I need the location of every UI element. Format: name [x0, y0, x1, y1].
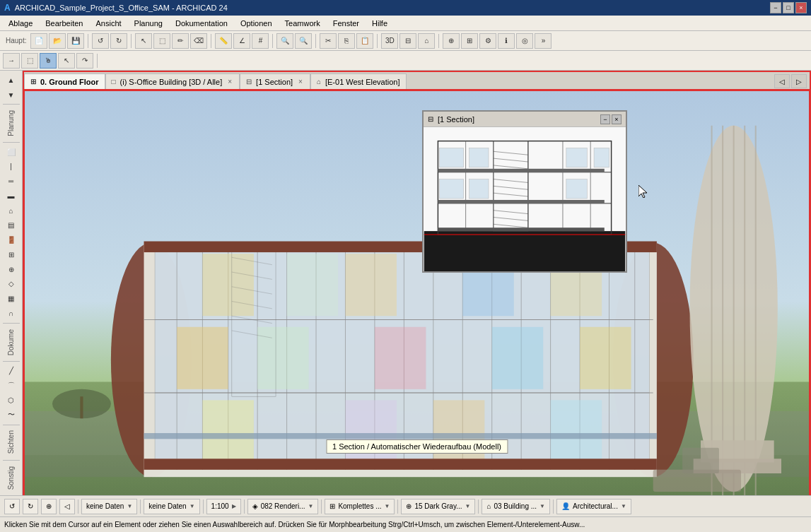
lt-shell[interactable]: ∩ — [2, 307, 21, 320]
building-label: 03 Building ... — [494, 502, 537, 510]
minimize-button[interactable]: − — [770, 2, 781, 13]
tb-elements[interactable]: ⊞ — [461, 33, 478, 49]
lt-roof[interactable]: ⌂ — [2, 204, 21, 218]
tb-zoom-out[interactable]: 🔍 — [295, 33, 312, 49]
lt-door[interactable]: 🚪 — [2, 233, 21, 247]
menu-item-dokumentation[interactable]: Dokumentation — [170, 18, 233, 29]
menu-item-planung[interactable]: Planung — [129, 18, 168, 29]
undo-button[interactable]: ↺ — [4, 499, 20, 514]
tab-ground-floor[interactable]: ⊞ 0. Ground Floor — [24, 73, 105, 89]
tb-layers[interactable]: ⊕ — [443, 33, 460, 49]
no-data-1-button[interactable]: keine Daten ▼ — [81, 499, 137, 514]
viewport-3d[interactable]: ⊟ [1 Section] − × — [23, 89, 811, 495]
menu-item-fenster[interactable]: Fenster — [327, 18, 365, 29]
tb-section[interactable]: ⊟ — [399, 33, 416, 49]
tab-scroll-left[interactable]: ◁ — [774, 74, 790, 88]
model-button[interactable]: ⊞ Komplettes ... ▼ — [325, 499, 395, 514]
tb-new[interactable]: 📄 — [30, 33, 47, 49]
lt-stair[interactable]: ▤ — [2, 219, 21, 232]
layer-button[interactable]: ⊕ 15 Dark Gray... ▼ — [401, 499, 475, 514]
menu-item-bearbeiten[interactable]: Bearbeiten — [40, 18, 88, 29]
tb-measure[interactable]: 📏 — [215, 33, 232, 49]
tb-angle[interactable]: ∠ — [233, 33, 250, 49]
building-button[interactable]: ⌂ 03 Building ... ▼ — [482, 499, 550, 514]
tb-cut[interactable]: ✂ — [320, 33, 337, 49]
no-data-2-button[interactable]: keine Daten ▼ — [144, 499, 199, 514]
tb-elevation[interactable]: ⌂ — [418, 33, 435, 49]
section-close-btn[interactable]: × — [612, 114, 622, 124]
lt-morph[interactable]: ◇ — [2, 277, 21, 290]
lt-spline[interactable]: 〜 — [2, 408, 21, 422]
lt-line[interactable]: ╱ — [2, 365, 21, 378]
lt-sep1 — [3, 104, 20, 105]
lt-curtain[interactable]: ▦ — [2, 292, 21, 305]
tab-3d-view[interactable]: □ (i) S-Office Building [3D / Alle] × — [105, 73, 240, 89]
tb-render[interactable]: ◎ — [516, 33, 533, 49]
svg-rect-30 — [287, 254, 339, 316]
svg-rect-37 — [492, 327, 544, 389]
tab-section-view[interactable]: ⊟ [1 Section] × — [240, 73, 310, 89]
tb-save[interactable]: 💾 — [67, 33, 84, 49]
tb2-sep1 — [97, 54, 98, 68]
toolbar-haupt-label: Haupt: — [3, 37, 29, 45]
tb-redo[interactable]: ↻ — [110, 33, 127, 49]
lt-window[interactable]: ⊞ — [2, 248, 21, 261]
lt-beam[interactable]: ═ — [2, 175, 21, 188]
redo-button[interactable]: ↻ — [23, 499, 38, 514]
tab-section-close[interactable]: × — [297, 78, 304, 85]
lt-slab[interactable]: ▬ — [2, 189, 21, 203]
tb-settings[interactable]: ⚙ — [479, 33, 496, 49]
svg-rect-86 — [438, 169, 604, 172]
svg-rect-29 — [202, 254, 254, 316]
maximize-button[interactable]: □ — [783, 2, 794, 13]
menu-item-ansicht[interactable]: Ansicht — [90, 18, 127, 29]
tab-3d-close[interactable]: × — [226, 78, 233, 85]
scale-button[interactable]: 1:100 ▶ — [206, 499, 241, 514]
profile-button[interactable]: 👤 Architectural... ▼ — [556, 499, 631, 514]
tab-elevation-view[interactable]: ⌂ [E-01 West Elevation] — [310, 73, 407, 89]
tb-info[interactable]: ℹ — [498, 33, 515, 49]
tb-sep2 — [131, 34, 132, 48]
tb-pen[interactable]: ✏ — [172, 33, 189, 49]
tb-eraser[interactable]: ⌫ — [190, 33, 207, 49]
tb-select[interactable]: ⬚ — [153, 33, 170, 49]
tb2-arrow[interactable]: → — [3, 53, 20, 69]
section-minimize-btn[interactable]: − — [600, 114, 610, 124]
close-button[interactable]: × — [795, 2, 807, 13]
tb-zoom-in[interactable]: 🔍 — [276, 33, 293, 49]
svg-rect-92 — [594, 148, 609, 167]
zoom-fit-button[interactable]: ⊕ — [41, 499, 57, 514]
tb2-magic[interactable]: 🖱 — [40, 53, 57, 69]
svg-rect-35 — [257, 327, 309, 389]
menu-item-teamwork[interactable]: Teamwork — [279, 18, 326, 29]
tb2-select-box[interactable]: ⬚ — [21, 53, 38, 69]
tb-copy[interactable]: ⎘ — [338, 33, 355, 49]
tab-scroll-right[interactable]: ▷ — [791, 74, 807, 88]
tb-undo[interactable]: ↺ — [92, 33, 109, 49]
section-popup-header[interactable]: ⊟ [1 Section] − × — [424, 112, 626, 127]
lt-column[interactable]: | — [2, 160, 21, 174]
lt-arrow-down[interactable]: ▼ — [2, 88, 21, 102]
menu-bar: AblageBearbeitenAnsichtPlanungDokumentat… — [0, 16, 811, 31]
title-bar: A ARCHICAD_Sample_Project_S_Office_SAM -… — [0, 0, 811, 16]
lt-arc[interactable]: ⌒ — [2, 379, 21, 392]
tb-more[interactable]: » — [535, 33, 552, 49]
render-button[interactable]: ◈ 082 Renderi... ▼ — [247, 499, 319, 514]
lt-poly[interactable]: ⬡ — [2, 394, 21, 407]
tb-pointer[interactable]: ↖ — [135, 33, 152, 49]
lt-arrow-up[interactable]: ▲ — [2, 73, 21, 87]
tb-paste[interactable]: 📋 — [356, 33, 373, 49]
prev-view-button[interactable]: ◁ — [59, 499, 75, 514]
tb-open[interactable]: 📂 — [49, 33, 66, 49]
menu-item-optionen[interactable]: Optionen — [235, 18, 278, 29]
lt-object[interactable]: ⊕ — [2, 263, 21, 276]
menu-item-ablage[interactable]: Ablage — [3, 18, 38, 29]
tb2-pointer2[interactable]: ↖ — [58, 53, 75, 69]
tb-3d[interactable]: 3D — [381, 33, 398, 49]
tb2-rotate[interactable]: ↷ — [76, 53, 93, 69]
tab-3d-label: (i) S-Office Building [3D / Alle] — [120, 78, 223, 86]
lt-wall[interactable]: ⬜ — [2, 146, 21, 159]
tb-grid[interactable]: # — [252, 33, 269, 49]
menu-item-hilfe[interactable]: Hilfe — [366, 18, 393, 29]
lt-dokume-label: Dokume — [7, 326, 15, 358]
